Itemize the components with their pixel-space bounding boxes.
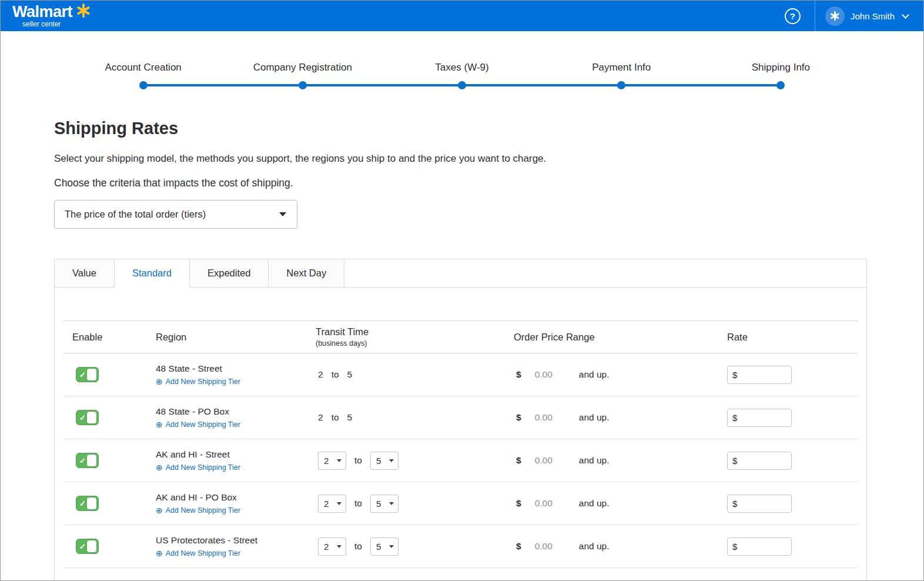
and-up-label: and up. (579, 455, 610, 466)
criteria-label: Choose the criteria that impacts the cos… (54, 177, 867, 189)
table-row: ✓ AK and HI - PO Box ⊕ Add New Shipping … (63, 482, 858, 525)
tabbar-filler (344, 259, 866, 288)
toggle-knob (87, 412, 96, 423)
tab-label: Next Day (286, 268, 326, 279)
add-tier-label: Add New Shipping Tier (166, 549, 240, 557)
table-row: ✓ 48 State - Street ⊕ Add New Shipping T… (63, 353, 858, 396)
shipping-criteria-select[interactable]: The price of the total order (tiers) (54, 200, 297, 229)
currency-prefix: $ (732, 456, 737, 466)
header-transit-time-sub: (business days) (316, 339, 514, 348)
transit-from-value: 2 (318, 369, 323, 380)
standard-tab-panel: Enable Region Transit Time (business day… (55, 288, 866, 581)
plus-circle-icon: ⊕ (156, 549, 163, 557)
transit-from-value: 2 (318, 412, 323, 423)
check-icon: ✓ (79, 414, 86, 422)
region-name: AK and HI - Street (156, 449, 316, 460)
tab-expedited[interactable]: Expedited (190, 259, 269, 288)
plus-circle-icon: ⊕ (156, 463, 163, 472)
rate-input[interactable] (740, 456, 786, 466)
currency-prefix: $ (732, 370, 737, 380)
add-tier-label: Add New Shipping Tier (166, 463, 240, 472)
rate-input-box: $ (727, 409, 792, 427)
region-name: AK and HI - PO Box (156, 492, 316, 503)
add-shipping-tier-link[interactable]: ⊕ Add New Shipping Tier (156, 420, 316, 429)
chevron-down-icon (389, 545, 394, 548)
chevron-down-icon (389, 502, 394, 505)
tab-value[interactable]: Value (55, 259, 115, 288)
tab-standard[interactable]: Standard (115, 259, 190, 288)
enable-toggle[interactable]: ✓ (76, 539, 99, 554)
transit-from-value: 2 (324, 456, 329, 466)
and-up-label: and up. (579, 541, 610, 552)
toggle-knob (87, 497, 96, 509)
rate-input[interactable] (740, 499, 786, 509)
header-transit-time-main: Transit Time (316, 326, 514, 338)
user-menu[interactable]: John Smith (825, 6, 908, 26)
rate-input[interactable] (740, 542, 786, 552)
tab-next-day[interactable]: Next Day (269, 259, 344, 288)
price-min-value: 0.00 (535, 498, 553, 509)
currency-prefix: $ (732, 542, 737, 552)
logo-text: Walmart (12, 4, 72, 20)
and-up-label: and up. (579, 369, 610, 380)
rate-input[interactable] (740, 413, 786, 423)
transit-from-value: 2 (324, 499, 329, 509)
rate-input-box: $ (727, 537, 792, 556)
price-min-value: 0.00 (535, 541, 553, 552)
help-button[interactable]: ? (785, 8, 801, 24)
chevron-down-icon (337, 502, 342, 505)
enable-toggle[interactable]: ✓ (76, 410, 99, 425)
step-label: Company Registration (253, 62, 352, 74)
rate-input-box: $ (727, 452, 792, 470)
table-row: ✓ AK and HI - Street ⊕ Add New Shipping … (63, 439, 858, 482)
plus-circle-icon: ⊕ (156, 506, 163, 515)
enable-toggle[interactable]: ✓ (76, 496, 99, 511)
enable-toggle[interactable]: ✓ (76, 453, 99, 468)
and-up-label: and up. (579, 498, 610, 509)
table-row: ✓ 48 State - PO Box ⊕ Add New Shipping T… (63, 396, 858, 439)
step-dot (299, 81, 307, 89)
header-region: Region (156, 332, 316, 343)
check-icon: ✓ (79, 457, 86, 465)
transit-to-select[interactable]: 5 (370, 452, 399, 470)
rate-input-box: $ (727, 366, 792, 384)
plus-circle-icon: ⊕ (156, 420, 163, 429)
rate-input[interactable] (740, 370, 786, 380)
transit-from-select[interactable]: 2 (318, 537, 346, 556)
transit-from-select[interactable]: 2 (318, 452, 346, 470)
help-question-icon: ? (790, 11, 795, 21)
add-shipping-tier-link[interactable]: ⊕ Add New Shipping Tier (156, 463, 316, 472)
to-label: to (354, 541, 362, 552)
transit-to-select[interactable]: 5 (370, 537, 399, 556)
toggle-knob (87, 455, 96, 466)
chevron-down-icon (389, 459, 394, 462)
chevron-down-icon (279, 212, 286, 216)
transit-to-select[interactable]: 5 (370, 495, 399, 513)
and-up-label: and up. (579, 412, 610, 423)
step-dot (458, 81, 466, 89)
region-name: 48 State - PO Box (156, 406, 316, 417)
add-shipping-tier-link[interactable]: ⊕ Add New Shipping Tier (156, 549, 316, 557)
walmart-logo[interactable]: Walmart seller center (12, 4, 91, 28)
currency-symbol: $ (516, 412, 521, 423)
page-title: Shipping Rates (54, 119, 867, 138)
add-shipping-tier-link[interactable]: ⊕ Add New Shipping Tier (156, 378, 316, 386)
tab-label: Standard (132, 268, 172, 279)
check-icon: ✓ (79, 543, 86, 550)
main-content: Shipping Rates Select your shipping mode… (1, 119, 923, 581)
tab-label: Expedited (207, 268, 250, 279)
enable-toggle[interactable]: ✓ (76, 367, 99, 382)
to-label: to (332, 369, 339, 380)
page-description: Select your shipping model, the methods … (54, 153, 867, 165)
transit-to-value: 5 (347, 412, 353, 423)
header-actions: ? John Smith (785, 1, 908, 31)
step-label: Account Creation (105, 62, 181, 74)
user-name: John Smith (851, 11, 895, 21)
plus-circle-icon: ⊕ (156, 378, 163, 386)
step-label: Payment Info (592, 62, 651, 74)
add-shipping-tier-link[interactable]: ⊕ Add New Shipping Tier (156, 506, 316, 515)
step-label: Shipping Info (752, 62, 810, 74)
transit-from-select[interactable]: 2 (318, 495, 346, 513)
walmart-spark-icon (76, 4, 91, 18)
step-dot (776, 81, 785, 89)
